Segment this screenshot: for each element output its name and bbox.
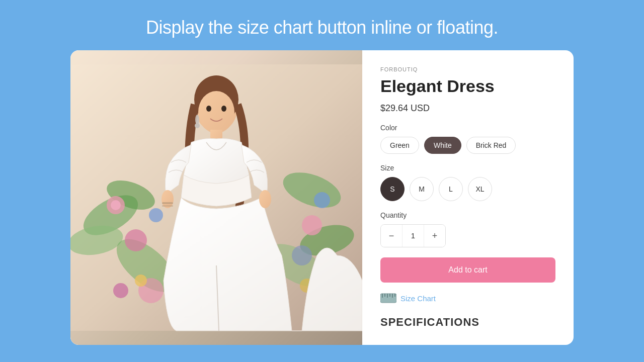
svg-rect-28 (162, 202, 173, 204)
svg-rect-36 (389, 294, 390, 297)
color-btn-brickred[interactable]: Brick Red (466, 137, 516, 154)
svg-rect-37 (392, 294, 393, 298)
quantity-increase-button[interactable]: + (424, 225, 445, 247)
size-label: Size (380, 164, 555, 172)
svg-rect-34 (384, 294, 385, 297)
brand-name: FORBOUTIQ (380, 66, 555, 72)
svg-rect-29 (162, 205, 173, 207)
svg-rect-38 (394, 294, 395, 297)
svg-point-11 (302, 215, 322, 235)
svg-point-23 (206, 106, 211, 112)
quantity-label: Quantity (380, 211, 555, 219)
product-card: FORBOUTIQ Elegant Dress $29.64 USD Color… (70, 50, 574, 345)
svg-point-10 (125, 229, 147, 251)
color-label: Color (380, 124, 555, 132)
svg-point-31 (195, 123, 200, 128)
size-btn-l[interactable]: L (439, 177, 463, 201)
svg-point-14 (113, 283, 128, 298)
product-image (70, 50, 362, 345)
quantity-value: 1 (402, 225, 424, 247)
size-options: S M L XL (380, 177, 555, 201)
size-btn-s[interactable]: S (380, 177, 405, 201)
svg-point-15 (314, 192, 330, 208)
svg-rect-33 (382, 294, 383, 298)
quantity-control: − 1 + (380, 224, 446, 247)
svg-rect-35 (387, 294, 388, 298)
svg-point-24 (221, 106, 226, 112)
specifications-title: SPECIFICATIONS (380, 316, 555, 329)
svg-point-27 (259, 190, 271, 208)
product-price: $29.64 USD (380, 103, 555, 114)
dress-svg (70, 50, 362, 345)
product-details: FORBOUTIQ Elegant Dress $29.64 USD Color… (362, 50, 574, 345)
svg-point-9 (111, 200, 121, 210)
ruler-icon (380, 293, 396, 304)
svg-point-18 (135, 275, 147, 287)
size-btn-xl[interactable]: XL (468, 177, 492, 201)
size-chart-link[interactable]: Size Chart (380, 293, 555, 304)
product-title: Elegant Dress (380, 76, 555, 96)
page-headline: Display the size chart button inline or … (146, 17, 498, 38)
color-options: Green White Brick Red (380, 137, 555, 154)
product-image-section (70, 50, 362, 345)
add-to-cart-button[interactable]: Add to cart (380, 257, 555, 283)
size-btn-m[interactable]: M (410, 177, 434, 201)
svg-point-16 (292, 245, 312, 265)
color-btn-white[interactable]: White (424, 137, 461, 154)
svg-point-22 (198, 91, 234, 133)
color-btn-green[interactable]: Green (380, 137, 419, 154)
quantity-decrease-button[interactable]: − (381, 225, 402, 247)
svg-point-17 (149, 208, 163, 222)
size-chart-text: Size Chart (400, 294, 436, 303)
